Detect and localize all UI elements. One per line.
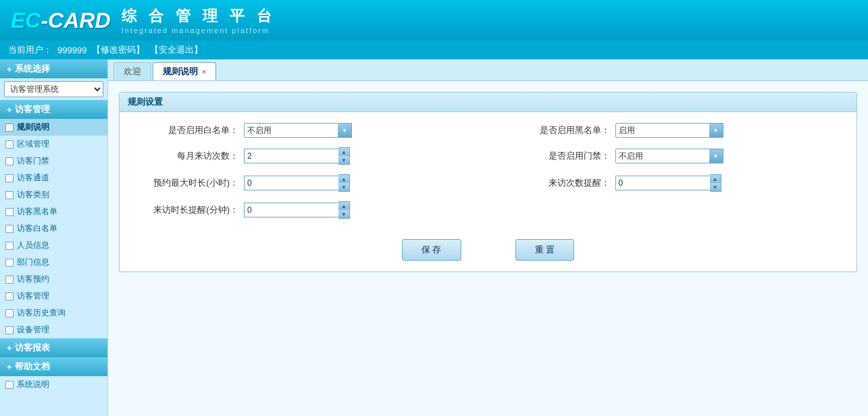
menu-item-area[interactable]: 区域管理 xyxy=(0,136,107,153)
menu-item-blacklist[interactable]: 访客黑名单 xyxy=(0,203,107,220)
visit-count-up[interactable]: ▲ xyxy=(710,175,721,183)
sidebar: + 系统选择 访客管理系统 + 访客管理 规则说明 区域管理 访客门禁 访客通道… xyxy=(0,59,108,416)
menu-label-whitelist: 访客白名单 xyxy=(17,223,57,234)
duration-remind-label: 来访时长提醒(分钟)： xyxy=(130,204,238,216)
monthly-visits-spinner: ▲ ▼ xyxy=(338,147,350,165)
userbar: 当前用户： 999999 【修改密码】 【安全退出】 xyxy=(0,41,868,59)
monthly-visits-up[interactable]: ▲ xyxy=(338,148,349,156)
menu-checkbox-area xyxy=(5,140,14,149)
duration-remind-input[interactable] xyxy=(244,203,338,217)
logo-dash: - xyxy=(41,8,48,32)
menu-checkbox-visitor-mgmt xyxy=(5,292,14,301)
monthly-visits-label: 每月来访次数： xyxy=(130,150,238,162)
logout-link[interactable]: 【安全退出】 xyxy=(150,44,203,56)
menu-checkbox-history xyxy=(5,309,14,317)
duration-remind-wrapper: ▲ ▼ xyxy=(244,201,350,219)
menu-checkbox-channel xyxy=(5,174,14,182)
menu-label-device: 设备管理 xyxy=(17,324,49,336)
visitor-menu: 规则说明 区域管理 访客门禁 访客通道 访客类别 访客黑名单 访客白名单 人员信… xyxy=(0,119,107,338)
menu-label-gate: 访客门禁 xyxy=(17,155,49,167)
form-grid: 是否启用白名单： 不启用 启用 是否启用黑名单： xyxy=(130,123,846,219)
sidebar-section-report[interactable]: + 访客报表 xyxy=(0,338,107,357)
max-appt-down[interactable]: ▼ xyxy=(338,183,349,191)
section-report-label: 访客报表 xyxy=(15,342,50,354)
menu-item-visitor-mgmt[interactable]: 访客管理 xyxy=(0,288,107,305)
sidebar-section-system[interactable]: + 系统选择 xyxy=(0,59,107,78)
menu-label-personnel: 人员信息 xyxy=(17,240,49,251)
sidebar-section-visitor[interactable]: + 访客管理 xyxy=(0,100,107,119)
tab-bar: 欢迎 规则说明 × xyxy=(108,59,868,81)
content-area: 欢迎 规则说明 × 规则设置 是否启用白名单： xyxy=(108,59,868,416)
logo-container: EC-CARD 综 合 管 理 平 台 Integrated managemen… xyxy=(11,6,276,34)
form-row-gate: 是否启用门禁： 不启用 启用 xyxy=(502,147,846,165)
plus-icon-system: + xyxy=(7,64,12,74)
max-appt-label: 预约最大时长(小时)： xyxy=(130,177,238,189)
menu-label-rules: 规则说明 xyxy=(17,122,49,133)
save-button[interactable]: 保 存 xyxy=(402,239,461,261)
form-row-visit-count: 来访次数提醒： ▲ ▼ xyxy=(502,174,846,192)
max-appt-input[interactable] xyxy=(244,176,338,190)
menu-label-sysinfo: 系统说明 xyxy=(17,379,49,390)
menu-item-sysinfo[interactable]: 系统说明 xyxy=(0,376,107,393)
menu-item-gate[interactable]: 访客门禁 xyxy=(0,153,107,170)
tab-rules[interactable]: 规则说明 × xyxy=(153,62,216,80)
menu-item-whitelist[interactable]: 访客白名单 xyxy=(0,220,107,237)
form-row-monthly-visits: 每月来访次数： ▲ ▼ xyxy=(130,147,475,165)
duration-remind-up[interactable]: ▲ xyxy=(338,202,349,210)
tab-welcome-label: 欢迎 xyxy=(124,66,141,76)
plus-icon-visitor: + xyxy=(7,105,12,115)
menu-checkbox-sysinfo xyxy=(5,381,14,389)
max-appt-up[interactable]: ▲ xyxy=(338,175,349,183)
menu-item-appt[interactable]: 访客预约 xyxy=(0,271,107,288)
main-layout: + 系统选择 访客管理系统 + 访客管理 规则说明 区域管理 访客门禁 访客通道… xyxy=(0,59,868,416)
duration-remind-down[interactable]: ▼ xyxy=(338,210,349,218)
menu-item-history[interactable]: 访客历史查询 xyxy=(0,305,107,321)
gate-label: 是否启用门禁： xyxy=(502,150,610,162)
tab-welcome[interactable]: 欢迎 xyxy=(113,62,151,80)
logo: EC-CARD xyxy=(11,8,111,33)
btn-row: 保 存 重 置 xyxy=(130,239,846,261)
monthly-visits-input[interactable] xyxy=(244,149,338,163)
menu-checkbox-dept xyxy=(5,259,14,267)
menu-label-category: 访客类别 xyxy=(17,189,49,201)
visit-count-input[interactable] xyxy=(615,176,710,190)
menu-label-blacklist: 访客黑名单 xyxy=(17,206,57,217)
menu-item-category[interactable]: 访客类别 xyxy=(0,186,107,203)
tab-rules-label: 规则说明 xyxy=(163,66,198,78)
menu-item-personnel[interactable]: 人员信息 xyxy=(0,237,107,254)
logo-ec: EC xyxy=(11,8,41,32)
plus-icon-help: + xyxy=(7,362,12,372)
gate-select[interactable]: 不启用 启用 xyxy=(615,149,723,163)
blacklist-select-wrapper: 不启用 启用 xyxy=(615,123,723,138)
monthly-visits-down[interactable]: ▼ xyxy=(338,156,349,164)
header-title-zh: 综 合 管 理 平 台 xyxy=(122,6,276,26)
menu-item-channel[interactable]: 访客通道 xyxy=(0,170,107,186)
close-tab-icon[interactable]: × xyxy=(202,68,206,76)
header-subtitle: 综 合 管 理 平 台 Integrated management platfo… xyxy=(122,6,276,34)
change-password-link[interactable]: 【修改密码】 xyxy=(92,44,145,56)
help-menu: 系统说明 xyxy=(0,376,107,393)
reset-button[interactable]: 重 置 xyxy=(515,239,575,261)
menu-item-rules[interactable]: 规则说明 xyxy=(0,119,107,136)
menu-label-visitor-mgmt: 访客管理 xyxy=(17,290,49,302)
blacklist-select[interactable]: 不启用 启用 xyxy=(615,123,723,138)
sidebar-section-help[interactable]: + 帮助文档 xyxy=(0,357,107,376)
section-help-label: 帮助文档 xyxy=(15,361,50,373)
plus-icon-report: + xyxy=(7,343,12,353)
system-selector[interactable]: 访客管理系统 xyxy=(4,81,103,97)
system-selector-wrapper: 访客管理系统 xyxy=(0,78,107,100)
menu-checkbox-category xyxy=(5,191,14,199)
visit-count-down[interactable]: ▼ xyxy=(710,183,721,191)
section-visitor-label: 访客管理 xyxy=(15,103,50,115)
section-system-label: 系统选择 xyxy=(15,63,50,75)
whitelist-label: 是否启用白名单： xyxy=(130,124,238,136)
whitelist-select[interactable]: 不启用 启用 xyxy=(244,123,352,138)
menu-checkbox-whitelist xyxy=(5,225,14,233)
menu-item-dept[interactable]: 部门信息 xyxy=(0,254,107,271)
logo-card: CARD xyxy=(48,8,110,32)
menu-item-device[interactable]: 设备管理 xyxy=(0,321,107,338)
duration-remind-spinner: ▲ ▼ xyxy=(338,201,350,219)
form-row-duration-remind: 来访时长提醒(分钟)： ▲ ▼ xyxy=(130,201,475,219)
menu-checkbox-blacklist xyxy=(5,208,14,216)
gate-select-wrapper: 不启用 启用 xyxy=(615,149,723,163)
